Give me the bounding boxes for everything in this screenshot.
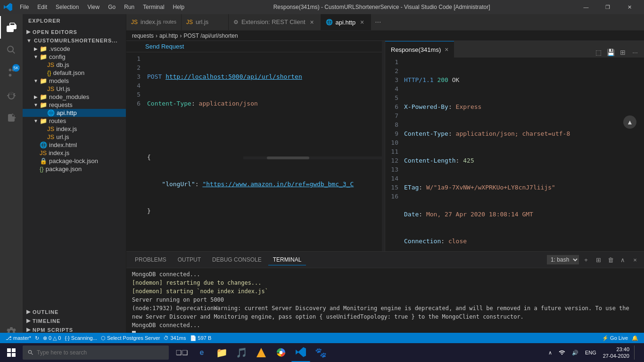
taskbar-task-view[interactable]: ❑❑ [173,343,191,362]
terminal-trash-button[interactable]: 🗑 [605,255,616,265]
tree-package-lock[interactable]: 🔒 package-lock.json [23,157,126,165]
status-time[interactable]: ⏱ 341ms [162,335,188,341]
tree-url-js-models[interactable]: JS Url.js [23,85,126,93]
menu-file[interactable]: File [16,3,33,11]
menu-bar: File Edit Selection View Go Run Terminal… [4,3,188,11]
status-errors[interactable]: ⊗ 0 △ 0 [41,335,63,341]
sidebar-header: EXPLORER [23,14,126,27]
response-tab[interactable]: Response(341ms) × [385,41,454,58]
tab-close-extension[interactable]: × [308,18,316,26]
status-sync[interactable]: ↻ [33,335,41,341]
terminal-up-button[interactable]: ∧ [618,255,628,265]
activity-search[interactable] [0,39,23,61]
project-section[interactable]: ▼ CUSTOMURLSHORTENERS... [23,36,126,45]
terminal-content[interactable]: MongoDB connected... [nodemon] restartin… [126,268,644,343]
breadcrumb-file[interactable]: api.http [159,33,178,39]
start-button[interactable] [2,343,21,362]
taskbar-vscode[interactable] [291,343,310,362]
menu-selection[interactable]: Selection [52,3,83,11]
taskbar-explorer[interactable]: 📁 [212,343,231,362]
tree-package-json[interactable]: {} package.json [23,165,126,173]
tree-index-html[interactable]: 🌐 index.html [23,141,126,149]
timeline-section[interactable]: ▶ TIMELINE [23,316,126,325]
tray-lang[interactable]: ENG [583,350,598,355]
status-size[interactable]: 📄 597 B [188,335,214,341]
send-request-bar[interactable]: Send Request [126,41,382,52]
tree-index-js-routes[interactable]: JS index.js [23,125,126,133]
source-control-badge: 5K [12,64,20,72]
tab-output[interactable]: OUTPUT [173,255,206,265]
tray-volume[interactable]: 🔊 [570,350,580,356]
activity-extensions[interactable] [0,107,23,129]
tab-debug-console[interactable]: DEBUG CONSOLE [207,255,266,265]
status-postgres[interactable]: ⬡ Select Postgres Server [99,335,162,341]
taskbar-app-paw[interactable]: 🐾 [311,343,330,362]
scroll-to-top-button[interactable]: ▲ [623,115,636,129]
tab-url-js[interactable]: JS url.js [182,14,229,30]
taskbar-edge[interactable]: e [192,343,211,362]
status-bell[interactable]: 🔔 [630,335,640,341]
activity-source-control[interactable]: 5K [0,61,23,84]
tree-node-modules[interactable]: ▶ 📁 node_modules [23,93,126,101]
tree-vscode[interactable]: ▶ 📁 .vscode [23,45,126,53]
tab-index-js-routes[interactable]: JS index.js routes [126,14,182,30]
tree-config[interactable]: ▼ 📁 config [23,53,126,61]
menu-terminal[interactable]: Terminal [139,3,168,11]
terminal-close-button[interactable]: × [630,255,640,265]
menu-edit[interactable]: Edit [33,3,51,11]
terminal-shell-select[interactable]: 1: bash [547,255,579,264]
terminal-add-button[interactable]: + [581,255,591,265]
tree-db-js[interactable]: JS db.js [23,61,126,69]
taskbar-vlc[interactable] [252,343,271,362]
close-button[interactable]: ✕ [619,0,640,14]
response-tab-close[interactable]: × [445,46,448,53]
menu-go[interactable]: Go [104,3,119,11]
breadcrumb-method[interactable]: POST /api/url/shorten [183,33,238,39]
taskbar-search[interactable] [23,346,169,360]
tray-network[interactable] [557,349,567,356]
terminal-split-button[interactable]: ⊞ [593,255,603,265]
tree-index-js[interactable]: JS index.js [23,149,126,157]
breadcrumb-requests[interactable]: requests [132,33,154,39]
status-golive[interactable]: ⚡ Go Live [600,335,630,341]
taskbar-groove[interactable]: 🎵 [232,343,251,362]
status-scanning[interactable]: {·} Scanning... [63,335,99,341]
tree-models[interactable]: ▼ 📁 models [23,77,126,85]
activity-explorer[interactable] [0,16,23,39]
activity-debug[interactable] [0,84,23,107]
taskbar-apps: ❑❑ e 📁 🎵 🐾 [173,343,330,362]
toolbar-split-editor[interactable]: ⊞ [618,47,628,58]
taskbar-search-input[interactable] [37,349,164,356]
sidebar: EXPLORER ▶ OPEN EDITORS ▼ CUSTOMURLSHORT… [23,14,126,343]
toolbar-save[interactable]: 💾 [605,47,616,58]
tree-url-js-routes[interactable]: JS url.js [23,133,126,141]
taskbar-chrome[interactable] [272,343,290,362]
outline-section[interactable]: ▶ OUTLINE [23,307,126,316]
tab-problems[interactable]: PROBLEMS [130,255,171,265]
tray-chevron[interactable]: ∧ [546,350,554,356]
code-content[interactable]: POST http://localhost:5000/api/url/short… [145,54,382,233]
menu-run[interactable]: Run [120,3,138,11]
tree-default-json[interactable]: {} default.json [23,69,126,77]
tree-routes[interactable]: ▼ 📁 routes [23,117,126,125]
svg-marker-3 [256,348,266,357]
tray-show-desktop[interactable] [634,346,638,360]
tab-overflow-button[interactable]: ··· [371,18,385,26]
tree-requests[interactable]: ▼ 📁 requests [23,101,126,109]
toolbar-open-in-untitled[interactable]: ⬚ [593,47,603,58]
tray-clock[interactable]: 23:40 27-04-2020 [601,346,631,359]
response-code[interactable]: 12345 678910 111213141516 HTTP/1.1 200 O… [385,58,644,251]
tab-terminal[interactable]: TERMINAL [268,255,306,265]
open-editors-section[interactable]: ▶ OPEN EDITORS [23,27,126,36]
tray-time-display: 23:40 27-04-2020 [603,346,629,359]
menu-help[interactable]: Help [169,3,189,11]
menu-view[interactable]: View [83,3,103,11]
tab-api-http[interactable]: 🌐 api.http × [321,14,372,30]
tab-extension-rest[interactable]: ⚙ Extension: REST Client × [229,14,321,30]
status-branch[interactable]: ⎇ master* [4,335,33,341]
toolbar-more[interactable]: ··· [630,47,640,58]
tree-api-http[interactable]: 🌐 api.http [23,109,126,117]
minimize-button[interactable]: — [575,0,597,14]
tab-close-api[interactable]: × [358,18,366,26]
maximize-button[interactable]: ❐ [597,0,619,14]
